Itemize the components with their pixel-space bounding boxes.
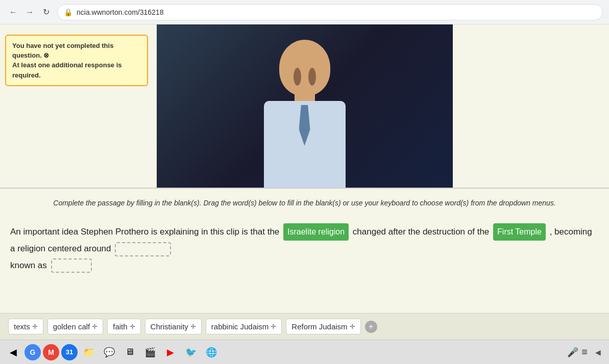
taskbar: ◀ G M 31 📁 💬 🖥 🎬 ▶ 🐦 🌐 🎤 ≡ ◀ <box>0 340 609 364</box>
chip-icon-texts: ✛ <box>32 323 38 330</box>
address-bar[interactable]: 🔒 ncia.wwnorton.com/316218 <box>57 4 603 20</box>
taskbar-nav-left[interactable]: ◀ <box>591 345 605 359</box>
hair-left <box>294 68 301 86</box>
passage-part1: An important idea Stephen Prothero is ex… <box>10 227 279 237</box>
word-rabbinic-judaism-label: rabbinic Judaism <box>211 322 269 331</box>
word-chip-christianity[interactable]: Christianity ✛ <box>145 319 202 334</box>
passage-part2: changed after the destruction of the <box>353 227 489 237</box>
word-faith-label: faith <box>113 322 127 331</box>
hair-right <box>308 68 316 86</box>
lock-icon: 🔒 <box>64 8 72 16</box>
head <box>279 40 330 96</box>
word-chip-reform-judaism[interactable]: Reform Judaism ✛ <box>286 319 360 334</box>
warning-toast: You have not yet completed this question… <box>5 35 148 86</box>
word-bank-add-button[interactable]: + <box>365 321 377 333</box>
passage-part4: known as <box>10 261 47 270</box>
slides-icon[interactable]: 🖥 <box>120 343 139 361</box>
instruction-text: Complete the passage by filling in the b… <box>10 198 599 209</box>
taskbar-right: 🎤 ≡ ◀ <box>567 345 605 359</box>
word-chip-rabbinic-judaism[interactable]: rabbinic Judaism ✛ <box>206 319 282 334</box>
word-texts-label: texts <box>14 322 30 331</box>
forward-button[interactable]: → <box>22 5 37 19</box>
mic-icon[interactable]: 🎤 <box>567 347 578 358</box>
passage-area: An important idea Stephen Prothero is ex… <box>10 223 599 274</box>
media-icon[interactable]: 🎬 <box>141 343 159 361</box>
answer-first-temple[interactable]: First Temple <box>493 223 546 241</box>
blank-1[interactable] <box>115 242 171 256</box>
blank-2[interactable] <box>51 258 92 273</box>
taskbar-back-button[interactable]: ◀ <box>4 343 22 361</box>
nav-buttons: ← → ↻ <box>6 5 53 19</box>
chip-icon-christianity: ✛ <box>190 323 196 330</box>
instructor-figure <box>233 30 376 188</box>
chip-icon-reform-judaism: ✛ <box>350 323 355 330</box>
files-icon[interactable]: 📁 <box>80 343 98 361</box>
word-chip-texts[interactable]: texts ✛ <box>8 319 43 334</box>
browser-chrome: ← → ↻ 🔒 ncia.wwnorton.com/316218 <box>0 0 609 24</box>
bird-icon[interactable]: 🐦 <box>182 343 200 361</box>
answer-israelite-religion[interactable]: Israelite religion <box>283 223 349 241</box>
word-christianity-label: Christianity <box>151 322 188 331</box>
chip-icon-golden-calf: ✛ <box>92 323 98 330</box>
calendar-icon[interactable]: 31 <box>61 344 78 360</box>
word-chip-golden-calf[interactable]: golden calf ✛ <box>47 319 104 334</box>
gmail-icon[interactable]: M <box>43 344 59 360</box>
youtube-icon[interactable]: ▶ <box>161 343 180 361</box>
page-content: You have not yet completed this question… <box>0 24 609 364</box>
refresh-button[interactable]: ↻ <box>39 5 53 19</box>
video-area <box>157 24 453 188</box>
url-text: ncia.wwnorton.com/316218 <box>77 8 163 16</box>
chat-icon[interactable]: 💬 <box>100 343 118 361</box>
divider <box>0 188 609 189</box>
word-golden-calf-label: golden calf <box>53 322 90 331</box>
hamburger-menu-icon[interactable]: ≡ <box>581 346 588 358</box>
globe-icon[interactable]: 🌐 <box>202 343 221 361</box>
back-button[interactable]: ← <box>6 5 20 19</box>
warning-text: You have not yet completed this question… <box>12 42 122 79</box>
word-reform-judaism-label: Reform Judaism <box>291 322 347 331</box>
instruction-area: Complete the passage by filling in the b… <box>0 193 609 217</box>
chip-icon-faith: ✛ <box>130 323 135 330</box>
chrome-icon[interactable]: G <box>25 344 41 360</box>
word-chip-faith[interactable]: faith ✛ <box>107 319 140 334</box>
chip-icon-rabbinic-judaism: ✛ <box>271 323 276 330</box>
person-silhouette <box>157 24 453 188</box>
word-bank: texts ✛ golden calf ✛ faith ✛ Christiani… <box>0 313 609 340</box>
